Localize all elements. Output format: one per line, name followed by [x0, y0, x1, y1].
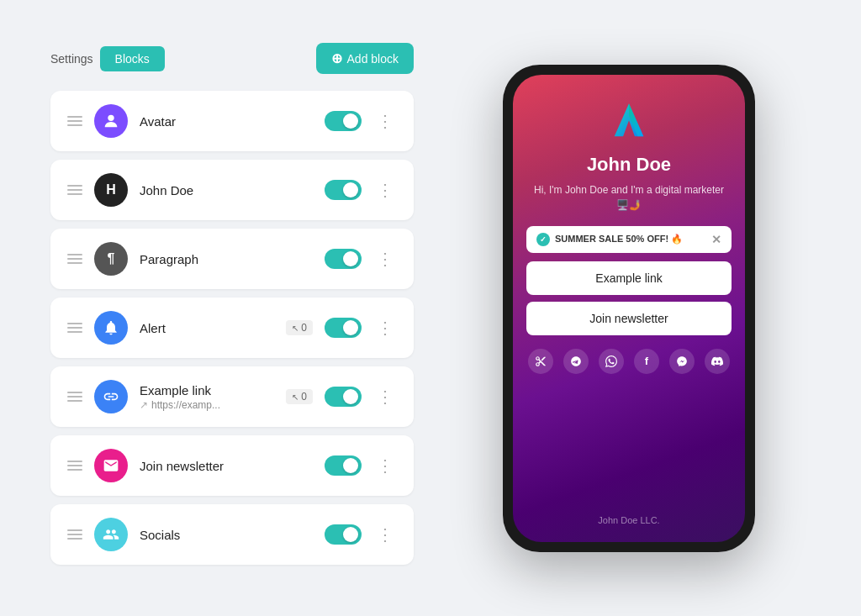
- socials-block-info: Socials: [140, 528, 313, 542]
- phone-wrapper: John Doe Hi, I'm John Doe and I'm a digi…: [503, 65, 755, 552]
- phone-link2[interactable]: Join newsletter: [526, 302, 732, 335]
- example-link-icon: [94, 380, 128, 413]
- social-icon-messenger[interactable]: [669, 349, 695, 374]
- social-icon-whatsapp[interactable]: [599, 349, 624, 374]
- avatar-block-info: Avatar: [140, 114, 313, 129]
- app-container: Settings Blocks ⊕ Add block Avatar: [17, 26, 844, 590]
- paragraph-icon: ¶: [94, 242, 128, 276]
- drag-handle[interactable]: [67, 116, 82, 126]
- phone-frame: John Doe Hi, I'm John Doe and I'm a digi…: [503, 65, 755, 552]
- alert-clicks-count: 0: [301, 322, 307, 334]
- avatar-icon: [94, 104, 128, 138]
- john-doe-icon: H: [94, 173, 128, 207]
- example-link-block-info: Example link ↗ https://examp...: [140, 383, 274, 411]
- john-doe-toggle[interactable]: [325, 180, 362, 200]
- join-newsletter-toggle[interactable]: [325, 455, 362, 476]
- alert-icon: [94, 311, 128, 345]
- social-icon-scissors[interactable]: [528, 349, 553, 374]
- avatar-block-name: Avatar: [140, 114, 313, 129]
- alert-block-info: Alert: [140, 321, 274, 335]
- app-logo: [607, 100, 651, 144]
- drag-handle[interactable]: [67, 392, 82, 402]
- socials-icon: [94, 518, 128, 551]
- phone-bio: Hi, I'm John Doe and I'm a digital marke…: [526, 182, 732, 213]
- paragraph-block-info: Paragraph: [140, 252, 313, 266]
- phone-alert-banner[interactable]: ✓ SUMMER SALE 50% OFF! 🔥 ✕: [526, 226, 732, 253]
- example-link-clicks-count: 0: [301, 391, 307, 403]
- alert-toggle[interactable]: [325, 318, 362, 338]
- drag-handle[interactable]: [67, 323, 82, 333]
- drag-handle[interactable]: [67, 185, 82, 195]
- phone-user-name: John Doe: [587, 154, 671, 176]
- alert-check-icon: ✓: [536, 233, 550, 246]
- cursor-icon: ↖: [292, 324, 298, 333]
- phone-link1[interactable]: Example link: [526, 261, 732, 295]
- join-newsletter-icon: [94, 449, 128, 482]
- block-item-avatar: Avatar ⋮: [50, 91, 414, 151]
- top-bar: Settings Blocks ⊕ Add block: [50, 43, 414, 74]
- social-icon-facebook[interactable]: f: [634, 349, 659, 374]
- add-block-button[interactable]: ⊕ Add block: [316, 43, 414, 74]
- alert-close-icon[interactable]: ✕: [711, 233, 721, 246]
- john-doe-more-button[interactable]: ⋮: [373, 180, 397, 200]
- john-doe-block-info: John Doe: [140, 183, 313, 197]
- blocks-tab-button[interactable]: Blocks: [100, 46, 165, 71]
- avatar-more-button[interactable]: ⋮: [373, 111, 397, 131]
- top-bar-left: Settings Blocks: [50, 46, 165, 71]
- block-item-paragraph: ¶ Paragraph ⋮: [50, 229, 414, 289]
- block-item-alert: Alert ↖ 0 ⋮: [50, 297, 414, 358]
- block-item-example-link: Example link ↗ https://examp... ↖ 0 ⋮: [50, 366, 414, 427]
- example-link-toggle[interactable]: [325, 387, 362, 407]
- drag-handle[interactable]: [67, 529, 82, 540]
- social-icon-telegram[interactable]: [563, 349, 589, 374]
- paragraph-more-button[interactable]: ⋮: [373, 249, 397, 269]
- block-item-join-newsletter: Join newsletter ⋮: [50, 435, 414, 496]
- alert-more-button[interactable]: ⋮: [373, 318, 397, 338]
- example-link-more-button[interactable]: ⋮: [373, 387, 397, 407]
- blocks-list: Avatar ⋮ H John Doe ⋮: [50, 91, 414, 565]
- example-link-sub: ↗ https://examp...: [140, 399, 274, 411]
- block-item-john-doe: H John Doe ⋮: [50, 160, 414, 220]
- phone-footer: John Doe LLC.: [598, 505, 659, 525]
- socials-toggle[interactable]: [325, 524, 362, 545]
- block-item-socials: Socials ⋮: [50, 504, 414, 565]
- svg-marker-2: [629, 103, 643, 136]
- join-newsletter-more-button[interactable]: ⋮: [373, 455, 397, 476]
- example-link-clicks-badge: ↖ 0: [286, 389, 313, 404]
- join-newsletter-block-name: Join newsletter: [140, 459, 313, 473]
- paragraph-toggle[interactable]: [325, 249, 362, 269]
- socials-more-button[interactable]: ⋮: [373, 524, 397, 545]
- john-doe-block-name: John Doe: [140, 183, 313, 197]
- avatar-toggle[interactable]: [325, 111, 362, 131]
- socials-block-name: Socials: [140, 528, 313, 542]
- drag-handle[interactable]: [67, 254, 82, 264]
- alert-banner-text: SUMMER SALE 50% OFF! 🔥: [555, 234, 683, 245]
- plus-icon: ⊕: [331, 50, 342, 66]
- social-icon-discord[interactable]: [705, 349, 730, 374]
- paragraph-block-name: Paragraph: [140, 252, 313, 266]
- example-link-block-name: Example link: [140, 383, 274, 398]
- alert-block-name: Alert: [140, 321, 274, 335]
- left-panel: Settings Blocks ⊕ Add block Avatar: [50, 43, 414, 573]
- alert-clicks-badge: ↖ 0: [286, 320, 313, 335]
- alert-banner-left: ✓ SUMMER SALE 50% OFF! 🔥: [536, 233, 683, 246]
- right-panel: John Doe Hi, I'm John Doe and I'm a digi…: [447, 43, 811, 573]
- join-newsletter-block-info: Join newsletter: [140, 459, 313, 473]
- phone-screen: John Doe Hi, I'm John Doe and I'm a digi…: [513, 75, 745, 542]
- settings-tab[interactable]: Settings: [50, 52, 93, 66]
- cursor-icon: ↖: [292, 392, 298, 402]
- drag-handle[interactable]: [67, 461, 82, 471]
- svg-point-0: [108, 115, 114, 121]
- phone-social-row: f: [528, 349, 730, 374]
